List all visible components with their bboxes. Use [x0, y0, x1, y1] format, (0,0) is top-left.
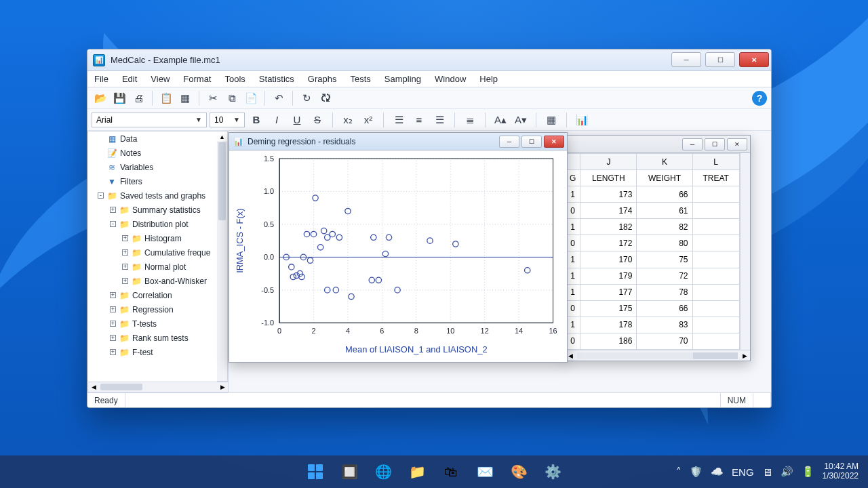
settings-icon[interactable]: ⚙️ [538, 458, 567, 486]
font-size-combo[interactable]: 10 ▼ [210, 113, 245, 127]
network-icon[interactable]: 🖥 [762, 466, 772, 478]
clock[interactable]: 10:42 AM 1/30/2022 [823, 462, 859, 481]
cell[interactable]: 61 [637, 203, 692, 219]
cell[interactable]: 179 [580, 268, 637, 284]
menu-edit[interactable]: Edit [115, 71, 144, 87]
field-name[interactable]: WEIGHT [637, 170, 692, 186]
menu-view[interactable]: View [144, 71, 176, 87]
tree-item[interactable]: +📁Box-and-Whisker [88, 274, 217, 288]
expand-icon[interactable]: + [110, 292, 116, 298]
superscript-icon[interactable]: x² [359, 111, 377, 129]
align-right-icon[interactable]: ☰ [431, 111, 448, 129]
menu-window[interactable]: Window [428, 71, 473, 87]
refresh-icon[interactable]: 🗘 [317, 89, 334, 107]
menu-graphs[interactable]: Graphs [301, 71, 344, 87]
cell[interactable]: 83 [637, 317, 692, 333]
grid-icon[interactable]: ▦ [176, 89, 194, 107]
undo-icon[interactable]: ↶ [270, 89, 288, 107]
chart-window[interactable]: 📊 Deming regression - residuals ─ ☐ ✕ 02… [229, 132, 568, 363]
battery-icon[interactable]: 🔋 [802, 466, 814, 478]
scroll-left-icon[interactable]: ◀ [88, 384, 99, 390]
menu-format[interactable]: Format [176, 71, 218, 87]
expand-icon[interactable]: + [110, 335, 116, 341]
expand-icon[interactable]: + [122, 278, 128, 284]
child-close-button[interactable]: ✕ [727, 138, 747, 150]
tree-item[interactable]: +📁Rank sum tests [88, 331, 217, 345]
child-minimize-button[interactable]: ─ [499, 136, 519, 148]
chart-titlebar[interactable]: 📊 Deming regression - residuals ─ ☐ ✕ [229, 133, 567, 150]
file-explorer-icon[interactable]: 📁 [403, 458, 431, 486]
project-tree[interactable]: ▦Data📝Notes≋Variables▼Filters-📁Saved tes… [87, 131, 217, 392]
collapse-icon[interactable]: - [98, 192, 104, 199]
align-left-icon[interactable]: ☰ [390, 111, 408, 129]
strike-icon[interactable]: S [309, 111, 326, 129]
menu-statistics[interactable]: Statistics [252, 71, 301, 87]
child-maximize-button[interactable]: ☐ [521, 136, 542, 148]
bold-icon[interactable]: B [248, 111, 265, 129]
scatter-plot[interactable]: 0246810121416-1.0-0.50.00.51.01.5Mean of… [229, 150, 567, 362]
cell[interactable]: 80 [637, 235, 692, 251]
field-name[interactable]: TREAT [692, 170, 739, 186]
expand-icon[interactable]: + [122, 264, 128, 270]
tree-item[interactable]: ▼Filters [88, 174, 217, 188]
tree-item[interactable]: +📁F-test [88, 345, 217, 359]
taskview-icon[interactable]: 🔲 [335, 458, 363, 486]
cell[interactable]: 66 [637, 300, 692, 317]
tree-item[interactable]: +📁Cumulative freque [88, 245, 217, 260]
field-name[interactable]: LENGTH [580, 170, 637, 186]
paint-icon[interactable]: 🎨 [505, 458, 533, 486]
child-close-button[interactable]: ✕ [544, 136, 564, 148]
spreadsheet[interactable]: JKLGLENGTHWEIGHTTREAT1173660174611182820… [565, 153, 750, 361]
scroll-up-icon[interactable]: ▲ [217, 131, 227, 142]
table-tool-icon[interactable]: ▦ [542, 111, 560, 129]
expand-icon[interactable]: + [110, 321, 116, 327]
underline-icon[interactable]: U [288, 111, 306, 129]
cell[interactable]: 82 [637, 219, 692, 235]
security-icon[interactable]: 🛡️ [690, 466, 703, 478]
mail-icon[interactable]: ✉️ [471, 458, 499, 486]
child-maximize-button[interactable]: ☐ [705, 138, 725, 150]
expand-icon[interactable]: + [122, 249, 128, 256]
font-grow-icon[interactable]: A▴ [492, 111, 509, 129]
tree-item[interactable]: +📁Regression [88, 302, 217, 317]
save-icon[interactable]: 💾 [111, 89, 128, 107]
start-button[interactable] [301, 458, 330, 486]
subscript-icon[interactable]: x₂ [339, 111, 357, 129]
tree-item[interactable]: ≋Variables [88, 160, 217, 174]
weather-icon[interactable]: ☁️ [711, 466, 724, 478]
cell[interactable]: 75 [637, 251, 692, 268]
copy-icon[interactable]: ⧉ [223, 89, 241, 107]
tree-item[interactable]: +📁Histogram [88, 231, 217, 245]
italic-icon[interactable]: I [268, 111, 285, 129]
expand-icon[interactable]: + [110, 306, 116, 312]
cell[interactable]: 175 [580, 300, 637, 317]
chart-tool-icon[interactable]: 📊 [573, 111, 591, 129]
align-center-icon[interactable]: ≡ [410, 111, 428, 129]
list-icon[interactable]: ≣ [461, 111, 479, 129]
cell[interactable]: 70 [637, 333, 692, 349]
menu-help[interactable]: Help [473, 71, 505, 87]
cell[interactable]: 177 [580, 284, 637, 300]
cell[interactable]: 178 [580, 317, 637, 333]
scroll-thumb[interactable] [100, 384, 142, 390]
maximize-button[interactable]: ☐ [705, 52, 735, 67]
spreadsheet-window[interactable]: ─ ☐ ✕ JKLGLENGTHWEIGHTTREAT1173660174611… [564, 135, 751, 361]
expand-icon[interactable]: + [122, 235, 128, 241]
help-icon[interactable]: ? [752, 91, 767, 106]
language-indicator[interactable]: ENG [732, 466, 754, 478]
tree-hscrollbar[interactable]: ◀ ▶ [87, 382, 229, 392]
tree-item[interactable]: -📁Saved tests and graphs [88, 188, 217, 203]
tree-vscrollbar[interactable]: ▲ ▼ [217, 131, 228, 392]
spreadsheet-titlebar[interactable]: ─ ☐ ✕ [565, 136, 750, 153]
minimize-button[interactable]: ─ [671, 52, 701, 67]
taskbar[interactable]: 🔲 🌐 📁 🛍 ✉️ 🎨 ⚙️ ˄ 🛡️ ☁️ ENG 🖥 🔊 🔋 10:42 … [0, 455, 868, 488]
menu-tools[interactable]: Tools [218, 71, 252, 87]
collapse-icon[interactable]: - [110, 221, 116, 227]
scroll-right-icon[interactable]: ▶ [739, 352, 750, 359]
cell[interactable]: 170 [580, 251, 637, 268]
menu-sampling[interactable]: Sampling [378, 71, 428, 87]
copy-sheet-icon[interactable]: 📋 [157, 89, 175, 107]
cell[interactable]: 186 [580, 333, 637, 349]
store-icon[interactable]: 🛍 [437, 458, 465, 486]
volume-icon[interactable]: 🔊 [781, 466, 793, 478]
